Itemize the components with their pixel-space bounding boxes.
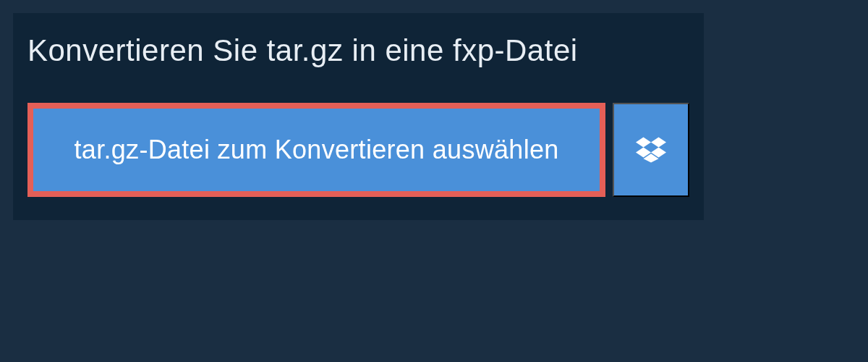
dropbox-button[interactable] xyxy=(613,103,689,197)
page-title: Konvertieren Sie tar.gz in eine fxp-Date… xyxy=(13,13,704,88)
converter-panel: Konvertieren Sie tar.gz in eine fxp-Date… xyxy=(13,13,704,220)
select-file-button[interactable]: tar.gz-Datei zum Konvertieren auswählen xyxy=(27,103,605,197)
button-row: tar.gz-Datei zum Konvertieren auswählen xyxy=(13,88,704,220)
dropbox-icon xyxy=(636,135,666,165)
